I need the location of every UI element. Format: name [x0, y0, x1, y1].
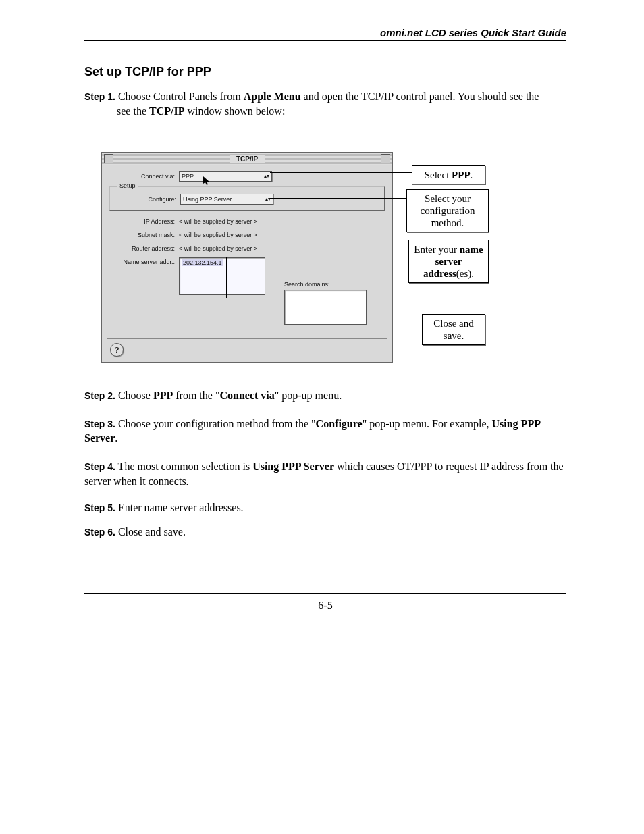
step-2: Step 2. Choose PPP from the "Connect via… [84, 388, 566, 403]
step-6: Step 6. Close and save. [84, 525, 566, 540]
step-4: Step 4. The most common selection is Usi… [84, 459, 566, 488]
page-number: 6-5 [318, 600, 332, 611]
configure-dropdown[interactable]: Using PPP Server ▴▾ [180, 194, 273, 205]
dropdown-arrows-icon: ▴▾ [264, 174, 269, 179]
setup-fieldset: Setup Configure: Using PPP Server ▴▾ [109, 186, 385, 211]
step-5: Step 5. Enter name server addresses. [84, 500, 566, 515]
section-title: Set up TCP/IP for PPP [84, 65, 566, 79]
connect-via-label: Connect via: [102, 173, 179, 180]
ip-label: IP Address: [102, 218, 179, 225]
step-1: Step 1. Choose Control Panels from Apple… [84, 89, 566, 118]
configure-label: Configure: [110, 196, 180, 203]
figure: TCP/IP Connect via: PPP ▴▾ Setup Configu… [101, 152, 500, 368]
callout-config-method: Select your configuration method. [406, 189, 489, 232]
svg-marker-0 [203, 176, 209, 185]
callout-select-ppp: Select PPP. [412, 165, 485, 184]
ns-label: Name server addr.: [102, 257, 179, 295]
step-label: Step 1. [84, 91, 115, 102]
callout-line [226, 257, 311, 298]
router-label: Router address: [102, 245, 179, 252]
callout-close-save: Close and save. [422, 314, 485, 345]
page-footer: 6-5 [84, 593, 566, 612]
callout-line [270, 172, 412, 173]
callout-line [311, 257, 408, 257]
callout-line [270, 198, 406, 199]
step-3: Step 3. Choose your configuration method… [84, 417, 566, 446]
ip-value: < will be supplied by server > [179, 218, 257, 225]
window-titlebar[interactable]: TCP/IP [102, 153, 392, 165]
close-box-icon[interactable] [104, 154, 113, 163]
help-button[interactable]: ? [110, 343, 124, 357]
subnet-label: Subnet mask: [102, 232, 179, 238]
page-header: omni.net LCD series Quick Start Guide [84, 27, 566, 41]
subnet-value: < will be supplied by server > [179, 232, 257, 238]
callout-name-server: Enter your name server address(es). [408, 240, 489, 283]
window-title: TCP/IP [230, 155, 265, 163]
zoom-box-icon[interactable] [381, 154, 390, 163]
divider [107, 338, 387, 339]
router-value: < will be supplied by server > [179, 245, 257, 252]
setup-legend: Setup [117, 182, 138, 189]
connect-via-dropdown[interactable]: PPP ▴▾ [179, 171, 272, 182]
